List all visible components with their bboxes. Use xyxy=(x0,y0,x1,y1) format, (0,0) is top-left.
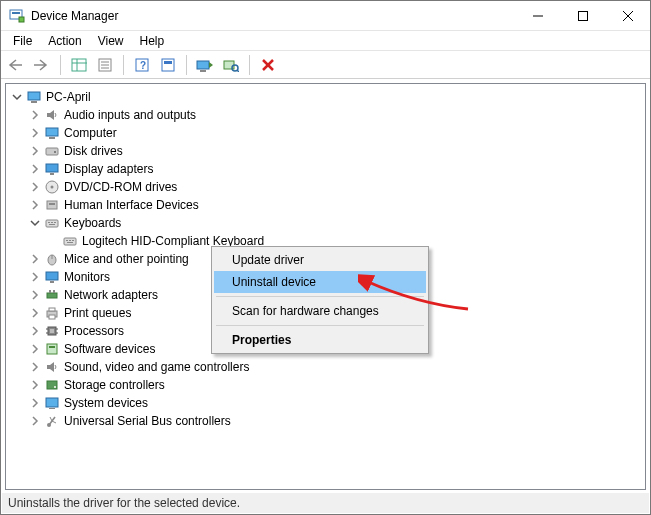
chevron-right-icon[interactable] xyxy=(28,180,42,194)
svg-rect-16 xyxy=(162,59,174,71)
svg-rect-44 xyxy=(69,240,71,241)
chevron-right-icon[interactable] xyxy=(28,324,42,338)
tree-item-label: Storage controllers xyxy=(64,378,165,392)
tree-item-usb[interactable]: Universal Serial Bus controllers xyxy=(6,412,645,430)
chevron-right-icon[interactable] xyxy=(28,108,42,122)
chevron-down-icon[interactable] xyxy=(28,216,42,230)
help-button[interactable]: ? xyxy=(131,54,153,76)
svg-rect-49 xyxy=(46,272,58,280)
tree-item-label: Computer xyxy=(64,126,117,140)
context-properties[interactable]: Properties xyxy=(214,329,426,351)
properties-button[interactable] xyxy=(94,54,116,76)
maximize-button[interactable] xyxy=(560,1,605,30)
tree-item-label: DVD/CD-ROM drives xyxy=(64,180,177,194)
chevron-right-icon[interactable] xyxy=(28,396,42,410)
svg-point-66 xyxy=(54,386,56,388)
toolbar-separator xyxy=(60,55,61,75)
chevron-right-icon[interactable] xyxy=(28,252,42,266)
tree-item-storage[interactable]: Storage controllers xyxy=(6,376,645,394)
forward-button[interactable] xyxy=(31,54,53,76)
update-driver-button[interactable] xyxy=(194,54,216,76)
mouse-icon xyxy=(44,251,60,267)
toolbar-separator xyxy=(186,55,187,75)
tree-item-label: Audio inputs and outputs xyxy=(64,108,196,122)
usb-icon xyxy=(44,413,60,429)
svg-rect-2 xyxy=(19,17,24,22)
uninstall-button[interactable] xyxy=(257,54,279,76)
window-title: Device Manager xyxy=(31,9,515,23)
chevron-right-icon[interactable] xyxy=(28,270,42,284)
tree-item-label: Sound, video and game controllers xyxy=(64,360,249,374)
show-hide-tree-button[interactable] xyxy=(68,54,90,76)
chevron-right-icon[interactable] xyxy=(28,288,42,302)
close-button[interactable] xyxy=(605,1,650,30)
tree-item-label: Human Interface Devices xyxy=(64,198,199,212)
computer-icon xyxy=(26,89,42,105)
chevron-right-icon[interactable] xyxy=(28,360,42,374)
monitor-icon xyxy=(44,269,60,285)
scan-hardware-button[interactable] xyxy=(220,54,242,76)
chevron-right-icon[interactable] xyxy=(28,378,42,392)
svg-rect-7 xyxy=(72,59,86,71)
toolbar-separator xyxy=(249,55,250,75)
tree-item-hid[interactable]: Human Interface Devices xyxy=(6,196,645,214)
status-text: Uninstalls the driver for the selected d… xyxy=(8,496,240,510)
display-icon xyxy=(44,161,60,177)
tree-root[interactable]: PC-April xyxy=(6,88,645,106)
svg-rect-52 xyxy=(49,290,51,293)
app-icon xyxy=(9,8,25,24)
software-icon xyxy=(44,341,60,357)
context-scan-hardware[interactable]: Scan for hardware changes xyxy=(214,300,426,322)
chevron-right-icon[interactable] xyxy=(28,144,42,158)
svg-rect-64 xyxy=(49,346,55,348)
context-item-label: Properties xyxy=(232,333,291,347)
svg-rect-51 xyxy=(47,293,57,298)
action-button[interactable] xyxy=(157,54,179,76)
chevron-right-icon[interactable] xyxy=(28,126,42,140)
chevron-right-icon[interactable] xyxy=(28,198,42,212)
context-uninstall-device[interactable]: Uninstall device xyxy=(214,271,426,293)
context-separator xyxy=(216,296,424,297)
menu-file[interactable]: File xyxy=(5,32,40,50)
tree-item-sound[interactable]: Sound, video and game controllers xyxy=(6,358,645,376)
disc-icon xyxy=(44,179,60,195)
toolbar-separator xyxy=(123,55,124,75)
cpu-icon xyxy=(44,323,60,339)
menu-view[interactable]: View xyxy=(90,32,132,50)
svg-rect-36 xyxy=(49,203,55,205)
tree-item-display[interactable]: Display adapters xyxy=(6,160,645,178)
chevron-down-icon[interactable] xyxy=(10,90,24,104)
context-menu: Update driver Uninstall device Scan for … xyxy=(211,246,429,354)
chevron-right-icon[interactable] xyxy=(28,306,42,320)
tree-item-audio[interactable]: Audio inputs and outputs xyxy=(6,106,645,124)
context-update-driver[interactable]: Update driver xyxy=(214,249,426,271)
svg-rect-53 xyxy=(53,290,55,293)
tree-item-disk[interactable]: Disk drives xyxy=(6,142,645,160)
chevron-right-icon[interactable] xyxy=(28,162,42,176)
tree-item-label: Display adapters xyxy=(64,162,153,176)
svg-line-72 xyxy=(50,417,52,421)
chevron-right-icon[interactable] xyxy=(28,414,42,428)
tree-item-computer[interactable]: Computer xyxy=(6,124,645,142)
menu-action[interactable]: Action xyxy=(40,32,89,50)
svg-rect-37 xyxy=(46,220,58,227)
svg-rect-27 xyxy=(46,128,58,136)
network-icon xyxy=(44,287,60,303)
tree-item-keyboards[interactable]: Keyboards xyxy=(6,214,645,232)
svg-rect-39 xyxy=(51,222,53,223)
menu-help[interactable]: Help xyxy=(132,32,173,50)
svg-rect-25 xyxy=(28,92,40,100)
tree-item-dvd[interactable]: DVD/CD-ROM drives xyxy=(6,178,645,196)
svg-point-34 xyxy=(51,186,54,189)
back-button[interactable] xyxy=(5,54,27,76)
spacer xyxy=(46,234,60,248)
tree-item-system[interactable]: System devices xyxy=(6,394,645,412)
minimize-button[interactable] xyxy=(515,1,560,30)
svg-rect-46 xyxy=(67,242,73,243)
hid-icon xyxy=(44,197,60,213)
printer-icon xyxy=(44,305,60,321)
chevron-right-icon[interactable] xyxy=(28,342,42,356)
svg-rect-18 xyxy=(197,61,209,69)
tree-item-label: Universal Serial Bus controllers xyxy=(64,414,231,428)
tree-item-label: Monitors xyxy=(64,270,110,284)
